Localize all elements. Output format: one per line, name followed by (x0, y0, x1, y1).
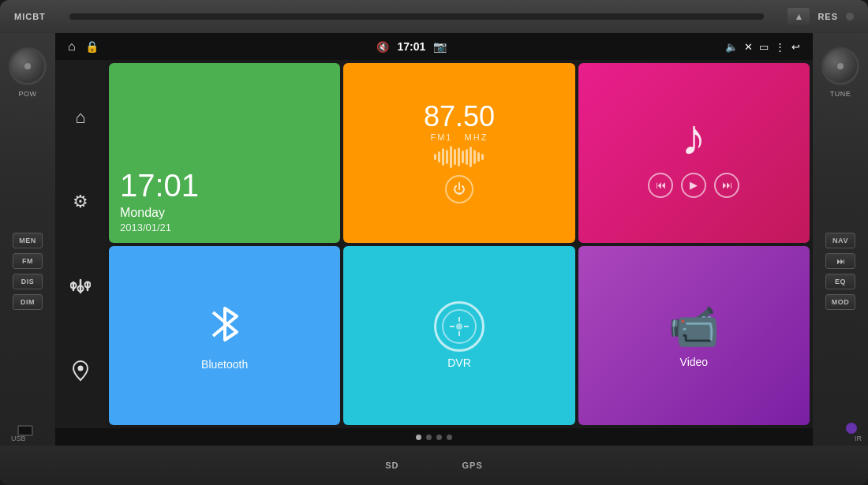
svg-point-7 (456, 323, 462, 330)
clock-tile[interactable]: 17:01 Monday 2013/01/21 (109, 63, 340, 243)
ir-receiver (846, 423, 857, 434)
status-left: ⌂ 🔒 (68, 39, 99, 54)
volume-knob[interactable] (9, 47, 47, 85)
skip-forward-button[interactable]: ⏭ (825, 253, 855, 269)
men-button[interactable]: MEN (13, 233, 43, 248)
next-button[interactable]: ⏭ (714, 173, 739, 198)
res-indicator (846, 13, 854, 21)
dis-button[interactable]: DIS (13, 274, 43, 289)
video-tile[interactable]: 📹 Video (578, 246, 810, 426)
mute-icon: 🔇 (376, 41, 389, 53)
radio-waveform (373, 145, 546, 169)
menu-dots-icon[interactable]: ⋮ (775, 41, 785, 53)
bottom-bar: SD GPS (0, 446, 868, 485)
app-grid: 17:01 Monday 2013/01/21 87.50 FM1 MHZ (106, 60, 813, 428)
radio-band: FM1 MHZ (430, 132, 488, 142)
res-label: RES (817, 12, 838, 21)
nav-button[interactable]: NAV (825, 233, 855, 248)
left-buttons: MEN FM DIS DIM (13, 233, 43, 310)
dim-button[interactable]: DIM (13, 294, 43, 310)
location-sidebar-icon[interactable] (64, 354, 97, 387)
window-icon: ▭ (759, 41, 769, 53)
video-label: Video (680, 356, 709, 368)
eq-button[interactable]: EQ (825, 274, 855, 289)
sd-button[interactable]: SD (385, 461, 398, 470)
bluetooth-tile[interactable]: Bluetooth (109, 246, 340, 426)
mod-button[interactable]: MOD (825, 294, 855, 310)
status-center: 🔇 17:01 📷 (376, 40, 447, 53)
screen-content: ⌂ ⚙ (55, 60, 813, 428)
equalizer-sidebar-icon[interactable] (64, 270, 97, 303)
pow-label: POW (0, 90, 55, 98)
settings-sidebar-icon[interactable]: ⚙ (64, 185, 97, 218)
clock-day: Monday (120, 206, 329, 220)
ir-label: IR (855, 435, 862, 442)
clock-time: 17:01 (120, 170, 329, 201)
radio-power-button[interactable]: ⏻ (445, 175, 473, 203)
tune-label: TUNE (813, 90, 868, 98)
status-time: 17:01 (397, 40, 425, 53)
page-indicator (55, 428, 813, 446)
top-bar: MIC BT ▲ RES (0, 0, 868, 33)
home-sidebar-icon[interactable]: ⌂ (64, 101, 97, 134)
page-dot-3[interactable] (436, 435, 442, 440)
page-dot-2[interactable] (426, 435, 432, 440)
bt-label: BT (32, 12, 46, 21)
dvr-tile[interactable]: DVR (343, 246, 574, 426)
page-dot-1[interactable] (416, 435, 421, 440)
top-right: ▲ RES (788, 8, 854, 25)
volume-icon: 🔈 (725, 41, 738, 53)
camera-icon: 📷 (433, 40, 447, 53)
bluetooth-label: Bluetooth (201, 358, 248, 371)
radio-tile[interactable]: 87.50 FM1 MHZ (343, 63, 574, 243)
left-panel: POW MEN FM DIS DIM USB (0, 33, 55, 446)
eject-button[interactable]: ▲ (788, 8, 810, 25)
home-icon[interactable]: ⌂ (68, 39, 76, 54)
mic-label: MIC (14, 12, 32, 21)
usb-label: USB (11, 435, 26, 442)
bluetooth-icon (205, 300, 245, 355)
screen: ⌂ 🔒 🔇 17:01 📷 🔈 ✕ ▭ ⋮ ↩ (55, 33, 813, 446)
right-panel: TUNE NAV ⏭ EQ MOD IR (813, 33, 868, 446)
fm-button[interactable]: FM (13, 253, 43, 269)
cd-slot (69, 13, 765, 20)
radio-frequency: 87.50 (424, 103, 495, 131)
dvr-icon (434, 301, 485, 352)
status-bar: ⌂ 🔒 🔇 17:01 📷 🔈 ✕ ▭ ⋮ ↩ (55, 33, 813, 60)
tune-knob[interactable] (821, 47, 859, 85)
clock-date: 2013/01/21 (120, 222, 329, 233)
gps-button[interactable]: GPS (462, 461, 483, 470)
music-controls: ⏮ ▶ ⏭ (648, 173, 739, 198)
lock-icon: 🔒 (85, 40, 99, 53)
screen-sidebar: ⌂ ⚙ (55, 60, 106, 428)
status-right: 🔈 ✕ ▭ ⋮ ↩ (725, 41, 800, 53)
svg-point-6 (78, 365, 84, 371)
play-button[interactable]: ▶ (681, 173, 706, 198)
prev-button[interactable]: ⏮ (648, 173, 673, 198)
video-camera-icon: 📹 (668, 303, 720, 351)
unit-body: POW MEN FM DIS DIM USB ⌂ 🔒 🔇 17:01 (0, 33, 868, 446)
close-icon[interactable]: ✕ (744, 41, 753, 53)
right-buttons: NAV ⏭ EQ MOD (825, 233, 855, 310)
music-note-icon: ♪ (681, 108, 706, 166)
back-icon[interactable]: ↩ (791, 41, 800, 53)
dvr-label: DVR (447, 356, 471, 369)
page-dot-4[interactable] (447, 435, 452, 440)
car-unit: MIC BT ▲ RES POW MEN FM DIS DIM USB (0, 0, 868, 485)
music-tile[interactable]: ♪ ⏮ ▶ ⏭ (578, 63, 810, 243)
